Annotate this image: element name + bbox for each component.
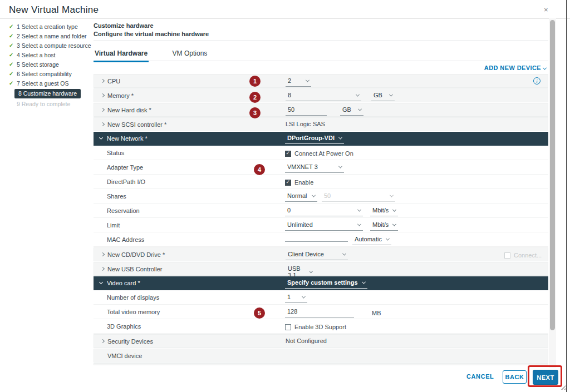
mac-type-select[interactable]: Automatic <box>352 234 391 245</box>
row-number-of-displays: Number of displays 1 <box>94 291 548 305</box>
row-hard-disk[interactable]: New Hard disk * 50 GB <box>94 103 548 117</box>
checkbox-label: Connect At Power On <box>294 149 353 157</box>
step-select-creation-type[interactable]: ✓ 1 Select a creation type <box>8 22 91 32</box>
mac-address-input[interactable] <box>285 237 348 242</box>
directpath-enable-checkbox[interactable] <box>285 180 291 186</box>
row-vmci-device[interactable]: VMCI device <box>94 349 548 363</box>
memory-size-select[interactable]: 8 <box>286 90 361 101</box>
row-video-card[interactable]: Video card * Specify custom settings <box>94 276 548 290</box>
row-directpath-io: DirectPath I/O Enable <box>94 175 548 189</box>
disk-size-input[interactable]: 50 <box>286 105 327 116</box>
step-label: Select storage <box>22 61 59 68</box>
step-label: Select a guest OS <box>22 80 69 87</box>
row-memory[interactable]: Memory * 8 GB <box>94 88 548 102</box>
step-select-host[interactable]: ✓ 4 Select a host <box>8 51 91 60</box>
row-usb-controller[interactable]: New USB Controller USB 3.1 <box>94 262 548 276</box>
step-label: Select compatibility <box>22 71 72 77</box>
tab-virtual-hardware[interactable]: Virtual Hardware <box>94 48 149 62</box>
step-select-compute-resource[interactable]: ✓ 3 Select a compute resource <box>8 41 91 51</box>
limit-select[interactable]: Unlimited <box>285 220 363 231</box>
annotation-marker-1: 1 <box>249 76 261 87</box>
chevron-down-icon <box>357 207 361 211</box>
clipped-row <box>94 363 548 365</box>
adapter-type-select[interactable]: VMXNET 3 <box>285 162 344 173</box>
row-new-network[interactable]: New Network * DPortGroup-VDI <box>94 132 548 146</box>
chevron-down-icon <box>386 236 390 240</box>
check-icon: ✓ <box>9 52 13 58</box>
shares-level-select[interactable]: Normal <box>285 191 317 202</box>
page-title: Customize hardware <box>94 22 154 29</box>
video-memory-unit: MB <box>372 308 381 316</box>
video-settings-select[interactable]: Specify custom settings <box>285 277 367 289</box>
step-label: Select a name and folder <box>22 33 87 39</box>
step-select-storage[interactable]: ✓ 5 Select storage <box>8 60 91 70</box>
check-icon: ✓ <box>9 42 13 48</box>
chevron-right-icon[interactable] <box>101 252 105 256</box>
row-security-devices[interactable]: Security Devices Not Configured <box>94 334 548 348</box>
step-number: 1 <box>17 23 20 30</box>
chevron-right-icon[interactable] <box>101 93 105 97</box>
annotation-marker-4: 4 <box>254 164 265 175</box>
reservation-unit-select[interactable]: Mbit/s <box>370 205 398 216</box>
info-icon[interactable]: i <box>533 77 540 85</box>
network-portgroup-select[interactable]: DPortGroup-VDI <box>285 133 344 144</box>
displays-count-select[interactable]: 1 <box>285 292 307 303</box>
tab-vm-options[interactable]: VM Options <box>171 48 209 61</box>
add-new-device-button[interactable]: ADD NEW DEVICE <box>484 64 546 71</box>
step-number: 5 <box>17 61 20 68</box>
window-edge <box>566 0 567 392</box>
row-limit: Limit Unlimited Mbit/s <box>94 219 548 232</box>
chevron-right-icon[interactable] <box>101 108 105 112</box>
row-scsi-controller[interactable]: New SCSI controller * LSI Logic SAS <box>94 117 548 131</box>
wizard-steps-sidebar: ✓ 1 Select a creation type ✓ 2 Select a … <box>8 22 91 109</box>
row-shares: Shares Normal 50 <box>94 190 548 204</box>
row-label: Total video memory <box>107 309 160 315</box>
row-label: Security Devices <box>107 338 153 345</box>
close-icon[interactable]: × <box>544 6 548 14</box>
chevron-down-icon <box>357 222 361 226</box>
video-memory-input[interactable]: 128 <box>285 306 354 317</box>
limit-unit-select[interactable]: Mbit/s <box>370 220 398 231</box>
step-select-name-folder[interactable]: ✓ 2 Select a name and folder <box>8 32 91 41</box>
step-select-guest-os[interactable]: ✓ 7 Select a guest OS <box>8 79 91 88</box>
row-label: Number of displays <box>107 294 159 301</box>
memory-unit-select[interactable]: GB <box>371 90 395 101</box>
chevron-down-icon <box>342 251 346 255</box>
step-select-compatibility[interactable]: ✓ 6 Select compatibility <box>8 70 91 79</box>
chevron-right-icon[interactable] <box>101 267 105 271</box>
chevron-down-icon[interactable] <box>99 280 103 284</box>
cd-dvd-source-select[interactable]: Client Device <box>286 249 348 260</box>
chevron-down-icon <box>362 280 366 284</box>
step-label: Select a host <box>22 52 56 58</box>
row-label: Shares <box>107 193 126 200</box>
chevron-right-icon[interactable] <box>101 79 105 83</box>
chevron-down-icon[interactable] <box>99 136 103 140</box>
dialog-title: New Virtual Machine <box>9 4 99 16</box>
cpu-count-select[interactable]: 2 <box>286 76 311 87</box>
connect-at-power-on-checkbox[interactable] <box>285 151 291 157</box>
reservation-select[interactable]: 0 <box>285 205 363 216</box>
chevron-down-icon <box>338 164 342 168</box>
chevron-right-icon[interactable] <box>101 122 105 126</box>
security-devices-value: Not Configured <box>286 336 327 344</box>
row-3d-graphics: 3D Graphics Enable 3D Support <box>94 320 548 334</box>
row-label: Memory * <box>107 92 134 99</box>
enable-3d-support-checkbox[interactable] <box>285 324 291 330</box>
disk-unit-select[interactable]: GB <box>340 105 363 116</box>
row-label: DirectPath I/O <box>107 178 145 185</box>
step-number: 2 <box>17 33 20 39</box>
back-button[interactable]: BACK <box>503 370 527 384</box>
row-label: CPU <box>107 78 120 85</box>
check-icon: ✓ <box>9 61 13 67</box>
row-total-video-memory: Total video memory 128 MB <box>94 305 548 319</box>
step-customize-hardware[interactable]: 8 Customize hardware <box>8 89 91 99</box>
row-cpu[interactable]: CPU 2 i <box>94 74 548 88</box>
scrollbar-thumb[interactable] <box>550 20 555 330</box>
chevron-down-icon <box>358 107 362 111</box>
annotation-marker-2: 2 <box>249 92 261 103</box>
row-adapter-type: Adapter Type VMXNET 3 <box>94 161 548 175</box>
cancel-button[interactable]: CANCEL <box>466 373 494 380</box>
checkbox-label: Connect... <box>514 251 542 259</box>
row-cd-dvd-drive[interactable]: New CD/DVD Drive * Client Device Connect… <box>94 247 548 261</box>
chevron-right-icon[interactable] <box>101 339 105 343</box>
